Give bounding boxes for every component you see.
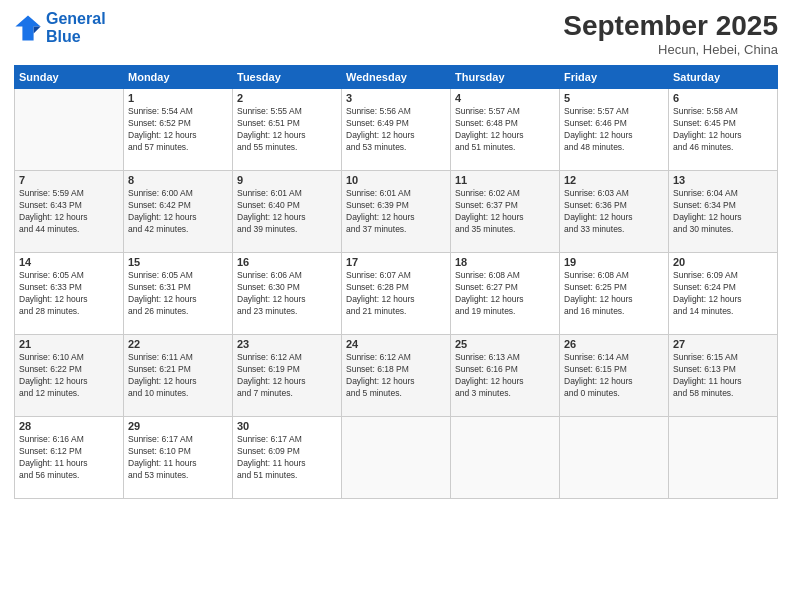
- cell-info: Sunrise: 5:57 AM Sunset: 6:48 PM Dayligh…: [455, 106, 555, 154]
- calendar-cell: [15, 89, 124, 171]
- page-header: General Blue September 2025 Hecun, Hebei…: [14, 10, 778, 57]
- cell-info: Sunrise: 6:05 AM Sunset: 6:31 PM Dayligh…: [128, 270, 228, 318]
- logo: General Blue: [14, 10, 106, 45]
- calendar-cell: 6Sunrise: 5:58 AM Sunset: 6:45 PM Daylig…: [669, 89, 778, 171]
- calendar-cell: 27Sunrise: 6:15 AM Sunset: 6:13 PM Dayli…: [669, 335, 778, 417]
- day-number: 16: [237, 256, 337, 268]
- cell-info: Sunrise: 6:00 AM Sunset: 6:42 PM Dayligh…: [128, 188, 228, 236]
- day-number: 13: [673, 174, 773, 186]
- logo-line2: Blue: [46, 28, 81, 45]
- calendar-cell: 10Sunrise: 6:01 AM Sunset: 6:39 PM Dayli…: [342, 171, 451, 253]
- calendar-cell: 4Sunrise: 5:57 AM Sunset: 6:48 PM Daylig…: [451, 89, 560, 171]
- day-number: 15: [128, 256, 228, 268]
- cell-info: Sunrise: 6:05 AM Sunset: 6:33 PM Dayligh…: [19, 270, 119, 318]
- calendar-cell: [451, 417, 560, 499]
- day-number: 2: [237, 92, 337, 104]
- cell-info: Sunrise: 6:17 AM Sunset: 6:10 PM Dayligh…: [128, 434, 228, 482]
- location-subtitle: Hecun, Hebei, China: [563, 42, 778, 57]
- day-number: 3: [346, 92, 446, 104]
- day-number: 25: [455, 338, 555, 350]
- calendar-cell: 5Sunrise: 5:57 AM Sunset: 6:46 PM Daylig…: [560, 89, 669, 171]
- calendar-cell: 29Sunrise: 6:17 AM Sunset: 6:10 PM Dayli…: [124, 417, 233, 499]
- cell-info: Sunrise: 5:58 AM Sunset: 6:45 PM Dayligh…: [673, 106, 773, 154]
- calendar-header-row: SundayMondayTuesdayWednesdayThursdayFrid…: [15, 66, 778, 89]
- calendar-cell: 9Sunrise: 6:01 AM Sunset: 6:40 PM Daylig…: [233, 171, 342, 253]
- calendar-cell: 1Sunrise: 5:54 AM Sunset: 6:52 PM Daylig…: [124, 89, 233, 171]
- cell-info: Sunrise: 5:59 AM Sunset: 6:43 PM Dayligh…: [19, 188, 119, 236]
- calendar-cell: 28Sunrise: 6:16 AM Sunset: 6:12 PM Dayli…: [15, 417, 124, 499]
- cell-info: Sunrise: 6:12 AM Sunset: 6:18 PM Dayligh…: [346, 352, 446, 400]
- day-number: 22: [128, 338, 228, 350]
- day-number: 10: [346, 174, 446, 186]
- calendar-cell: 19Sunrise: 6:08 AM Sunset: 6:25 PM Dayli…: [560, 253, 669, 335]
- calendar-cell: 7Sunrise: 5:59 AM Sunset: 6:43 PM Daylig…: [15, 171, 124, 253]
- col-header-monday: Monday: [124, 66, 233, 89]
- day-number: 12: [564, 174, 664, 186]
- cell-info: Sunrise: 5:54 AM Sunset: 6:52 PM Dayligh…: [128, 106, 228, 154]
- calendar-week-row: 7Sunrise: 5:59 AM Sunset: 6:43 PM Daylig…: [15, 171, 778, 253]
- day-number: 9: [237, 174, 337, 186]
- calendar-week-row: 1Sunrise: 5:54 AM Sunset: 6:52 PM Daylig…: [15, 89, 778, 171]
- day-number: 11: [455, 174, 555, 186]
- logo-line1: General: [46, 10, 106, 27]
- day-number: 27: [673, 338, 773, 350]
- cell-info: Sunrise: 6:02 AM Sunset: 6:37 PM Dayligh…: [455, 188, 555, 236]
- day-number: 29: [128, 420, 228, 432]
- calendar-cell: 17Sunrise: 6:07 AM Sunset: 6:28 PM Dayli…: [342, 253, 451, 335]
- cell-info: Sunrise: 6:10 AM Sunset: 6:22 PM Dayligh…: [19, 352, 119, 400]
- cell-info: Sunrise: 6:01 AM Sunset: 6:39 PM Dayligh…: [346, 188, 446, 236]
- col-header-friday: Friday: [560, 66, 669, 89]
- cell-info: Sunrise: 5:57 AM Sunset: 6:46 PM Dayligh…: [564, 106, 664, 154]
- calendar-cell: 22Sunrise: 6:11 AM Sunset: 6:21 PM Dayli…: [124, 335, 233, 417]
- calendar-week-row: 14Sunrise: 6:05 AM Sunset: 6:33 PM Dayli…: [15, 253, 778, 335]
- cell-info: Sunrise: 6:08 AM Sunset: 6:25 PM Dayligh…: [564, 270, 664, 318]
- col-header-tuesday: Tuesday: [233, 66, 342, 89]
- col-header-thursday: Thursday: [451, 66, 560, 89]
- cell-info: Sunrise: 6:07 AM Sunset: 6:28 PM Dayligh…: [346, 270, 446, 318]
- cell-info: Sunrise: 6:12 AM Sunset: 6:19 PM Dayligh…: [237, 352, 337, 400]
- month-title: September 2025: [563, 10, 778, 42]
- day-number: 1: [128, 92, 228, 104]
- calendar-cell: [560, 417, 669, 499]
- day-number: 7: [19, 174, 119, 186]
- day-number: 24: [346, 338, 446, 350]
- calendar-cell: 18Sunrise: 6:08 AM Sunset: 6:27 PM Dayli…: [451, 253, 560, 335]
- logo-text: General Blue: [46, 10, 106, 45]
- col-header-saturday: Saturday: [669, 66, 778, 89]
- calendar-cell: 21Sunrise: 6:10 AM Sunset: 6:22 PM Dayli…: [15, 335, 124, 417]
- cell-info: Sunrise: 6:13 AM Sunset: 6:16 PM Dayligh…: [455, 352, 555, 400]
- day-number: 17: [346, 256, 446, 268]
- calendar-cell: 2Sunrise: 5:55 AM Sunset: 6:51 PM Daylig…: [233, 89, 342, 171]
- cell-info: Sunrise: 5:56 AM Sunset: 6:49 PM Dayligh…: [346, 106, 446, 154]
- calendar-cell: 23Sunrise: 6:12 AM Sunset: 6:19 PM Dayli…: [233, 335, 342, 417]
- calendar-cell: 20Sunrise: 6:09 AM Sunset: 6:24 PM Dayli…: [669, 253, 778, 335]
- cell-info: Sunrise: 6:16 AM Sunset: 6:12 PM Dayligh…: [19, 434, 119, 482]
- cell-info: Sunrise: 6:17 AM Sunset: 6:09 PM Dayligh…: [237, 434, 337, 482]
- day-number: 21: [19, 338, 119, 350]
- cell-info: Sunrise: 6:15 AM Sunset: 6:13 PM Dayligh…: [673, 352, 773, 400]
- calendar-week-row: 21Sunrise: 6:10 AM Sunset: 6:22 PM Dayli…: [15, 335, 778, 417]
- day-number: 26: [564, 338, 664, 350]
- svg-marker-1: [34, 26, 41, 33]
- cell-info: Sunrise: 5:55 AM Sunset: 6:51 PM Dayligh…: [237, 106, 337, 154]
- day-number: 8: [128, 174, 228, 186]
- calendar-cell: 8Sunrise: 6:00 AM Sunset: 6:42 PM Daylig…: [124, 171, 233, 253]
- day-number: 18: [455, 256, 555, 268]
- day-number: 19: [564, 256, 664, 268]
- calendar-cell: 24Sunrise: 6:12 AM Sunset: 6:18 PM Dayli…: [342, 335, 451, 417]
- calendar-week-row: 28Sunrise: 6:16 AM Sunset: 6:12 PM Dayli…: [15, 417, 778, 499]
- cell-info: Sunrise: 6:09 AM Sunset: 6:24 PM Dayligh…: [673, 270, 773, 318]
- calendar-cell: [342, 417, 451, 499]
- calendar-cell: 26Sunrise: 6:14 AM Sunset: 6:15 PM Dayli…: [560, 335, 669, 417]
- cell-info: Sunrise: 6:01 AM Sunset: 6:40 PM Dayligh…: [237, 188, 337, 236]
- col-header-sunday: Sunday: [15, 66, 124, 89]
- day-number: 20: [673, 256, 773, 268]
- col-header-wednesday: Wednesday: [342, 66, 451, 89]
- calendar-cell: 30Sunrise: 6:17 AM Sunset: 6:09 PM Dayli…: [233, 417, 342, 499]
- day-number: 4: [455, 92, 555, 104]
- day-number: 6: [673, 92, 773, 104]
- cell-info: Sunrise: 6:11 AM Sunset: 6:21 PM Dayligh…: [128, 352, 228, 400]
- day-number: 30: [237, 420, 337, 432]
- logo-icon: [14, 14, 42, 42]
- cell-info: Sunrise: 6:06 AM Sunset: 6:30 PM Dayligh…: [237, 270, 337, 318]
